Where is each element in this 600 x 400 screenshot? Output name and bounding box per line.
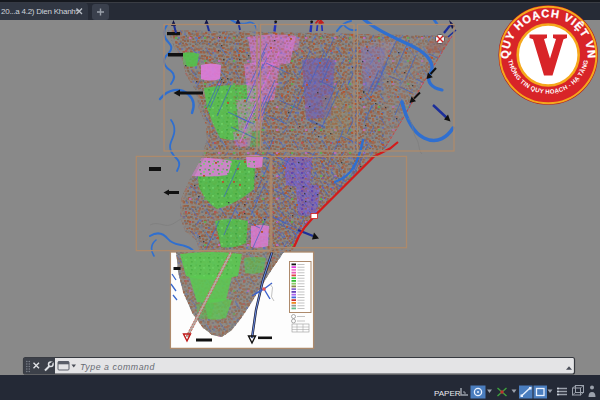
svg-text:20...a 4.2) Dien Khanh*: 20...a 4.2) Dien Khanh* <box>1 7 79 16</box>
svg-text:PAPER: PAPER <box>434 389 461 398</box>
svg-text:Type a command: Type a command <box>80 362 156 372</box>
